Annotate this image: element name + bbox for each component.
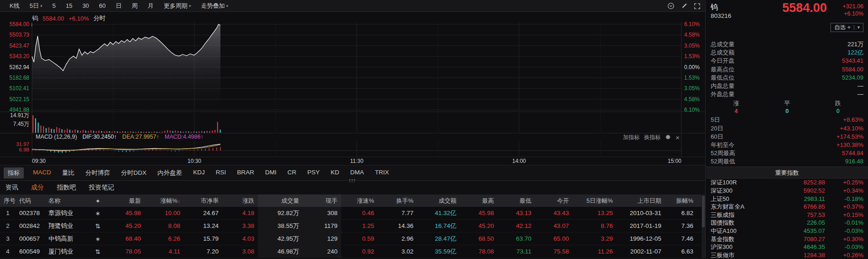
volume-bar (98, 130, 99, 133)
indicator-dropdown-icon[interactable] (667, 2, 675, 10)
index-row[interactable]: 东方财富全A6766.85+0.37% (706, 203, 868, 211)
table-header-cell-序号[interactable]: 序号 (0, 197, 16, 205)
table-header-cell-市净率[interactable]: 市净率 (184, 197, 222, 205)
table-header-cell-最新[interactable]: 最新 (109, 197, 145, 205)
table-row[interactable]: 1002378章源钨业∗45.9810.0024.674.1892.82万308… (0, 207, 705, 220)
volume-bar (193, 131, 194, 133)
volume-bar (119, 132, 120, 133)
drag-handle[interactable] (349, 179, 356, 182)
table-row[interactable]: 4600549厦门钨业⇅78.054.117.203.0846.98万2400.… (0, 245, 705, 258)
chevron-down-icon[interactable]: ▼ (854, 25, 863, 30)
table-header-cell-最低[interactable]: 最低 (498, 197, 535, 205)
volume-bar (107, 131, 107, 133)
table-header-cell-最高[interactable]: 最高 (460, 197, 498, 205)
index-change-pct: +0.26% (825, 251, 863, 259)
content-tab-资讯[interactable]: 资讯 (5, 183, 18, 192)
period-item-日[interactable]: 日 (111, 2, 127, 10)
table-header-cell-上市日期[interactable]: 上市日期 (616, 197, 665, 205)
index-row[interactable]: 中证A1004535.07-0.03% (706, 227, 868, 235)
index-row[interactable]: 基金指数7080.27+0.30% (706, 235, 868, 243)
table-scrollbar[interactable] (702, 194, 705, 258)
indicator-tab-KDJ[interactable]: KDJ (188, 169, 210, 177)
table-row[interactable]: 2002842翔鹭钨业⇅45.208.0813.243.3838.55万1179… (0, 220, 705, 232)
range-value: +8.63% (843, 116, 863, 124)
index-row[interactable]: 国债指数226.05-0.01% (706, 219, 868, 227)
index-row[interactable]: 沪深3004646.35-0.03% (706, 243, 868, 251)
volume-bar (75, 130, 75, 133)
table-header-cell-涨跌[interactable]: 涨跌 (222, 197, 258, 205)
add-indicator-button[interactable]: 加指标 (623, 134, 639, 141)
content-tab-指数吧[interactable]: 指数吧 (57, 183, 76, 192)
chart-canvas[interactable]: 5584.005503.735423.475343.205262.945182.… (0, 12, 706, 166)
index-row[interactable]: 上证502983.11-0.18% (706, 195, 868, 203)
volume-bar (85, 130, 86, 133)
range-row: 52周最低916.48 (706, 157, 868, 166)
volume-bar (138, 131, 139, 133)
indicator-tab-TRIX[interactable]: TRIX (370, 169, 395, 177)
period-item-周[interactable]: 周 (127, 2, 143, 10)
table-header-cell-现手[interactable]: 现手 (303, 194, 341, 207)
intraday-chart[interactable]: 5584.005503.735423.475343.205262.945182.… (0, 12, 705, 166)
content-tab-成分[interactable]: 成分 (31, 183, 44, 192)
table-header-cell-成交量[interactable]: 成交量 (258, 194, 303, 207)
indicator-tab-BRAR[interactable]: BRAR (231, 169, 260, 177)
index-name: 三板做市 (711, 251, 775, 259)
scrollbar-thumb[interactable] (702, 195, 705, 227)
table-header-cell-●[interactable]: ● (87, 197, 109, 204)
table-row[interactable]: 3000657中钨高新∗68.406.2615.794.0342.95万1290… (0, 232, 705, 245)
period-item-60[interactable]: 60 (94, 2, 111, 9)
indicator-chip-label: 指标 (4, 167, 24, 178)
period-item-更多周期[interactable]: 更多周期▾ (159, 2, 196, 10)
indicator-tab-量比[interactable]: 量比 (57, 169, 80, 177)
period-item-K线[interactable]: K线 (5, 2, 25, 10)
indicator-tab-DMI[interactable]: DMI (260, 169, 282, 177)
period-item-5日[interactable]: 5日▾ (25, 2, 48, 10)
macd-hist-bar (50, 151, 51, 152)
indicator-tab-PSY[interactable]: PSY (302, 169, 325, 177)
switch-indicator-button[interactable]: 换指标 (644, 134, 660, 141)
macd-hist-bar (152, 149, 153, 151)
content-tab-投资笔记[interactable]: 投资笔记 (89, 183, 114, 192)
watchlist-add-button[interactable]: 自选 +▼ (830, 23, 863, 32)
table-cell: 中钨高新 (45, 235, 87, 243)
indicator-tab-RSI[interactable]: RSI (210, 169, 232, 177)
table-header-cell-换手%[interactable]: 换手% (378, 197, 417, 205)
indicator-tab-分时DDX[interactable]: 分时DDX (116, 169, 152, 177)
table-header-cell-振幅%[interactable]: 振幅% (665, 197, 697, 205)
table-header-cell-今开[interactable]: 今开 (535, 197, 573, 205)
period-item-5[interactable]: 5 (47, 2, 60, 9)
table-cell: 0.59 (341, 235, 378, 242)
pen-icon[interactable] (681, 3, 687, 9)
table-header-cell-成交额[interactable]: 成交额 (417, 197, 460, 205)
table-cell: 1 (0, 210, 16, 216)
period-item-15[interactable]: 15 (61, 2, 77, 9)
period-item-30[interactable]: 30 (77, 2, 94, 9)
volume-axis-label: 14.91万 (10, 112, 29, 119)
table-header-cell-涨幅%[interactable]: 涨幅%↓ (145, 197, 184, 205)
volume-bar (156, 132, 157, 133)
period-item-label: K线 (10, 2, 20, 10)
index-value: 2983.11 (775, 195, 825, 203)
table-header-cell-5日涨幅%[interactable]: 5日涨幅% (573, 197, 616, 205)
volume-bar (172, 131, 173, 133)
gear-icon[interactable] (665, 134, 671, 141)
table-header-cell-名称[interactable]: 名称 (45, 197, 87, 205)
index-row[interactable]: 三板成指757.53+0.15% (706, 211, 868, 219)
close-icon[interactable]: × (675, 135, 680, 140)
indicator-tab-DMA[interactable]: DMA (345, 169, 370, 177)
table-header-cell-代码[interactable]: 代码 (16, 197, 45, 205)
period-item-走势叠加[interactable]: 走势叠加▾ (196, 2, 234, 10)
indicator-tab-分时博弈[interactable]: 分时博弈 (80, 169, 116, 177)
period-item-月[interactable]: 月 (143, 2, 159, 10)
index-row[interactable]: 深证3005902.52+0.34% (706, 187, 868, 195)
index-row[interactable]: 深证100R8252.88+0.25% (706, 178, 868, 187)
indicator-tab-内外盘差[interactable]: 内外盘差 (152, 169, 188, 177)
pct-axis-label: 4.58% (684, 96, 700, 103)
table-header-cell-涨速%[interactable]: 涨速% (341, 197, 378, 205)
indicator-tab-CR[interactable]: CR (282, 169, 302, 177)
indicator-tab-KD[interactable]: KD (325, 169, 345, 177)
time-axis-label: 11:30 (350, 158, 363, 164)
indicator-tab-MACD[interactable]: MACD (27, 169, 57, 177)
index-row[interactable]: 三板做市1284.38+0.26% (706, 251, 868, 259)
fullscreen-icon[interactable] (694, 3, 701, 10)
